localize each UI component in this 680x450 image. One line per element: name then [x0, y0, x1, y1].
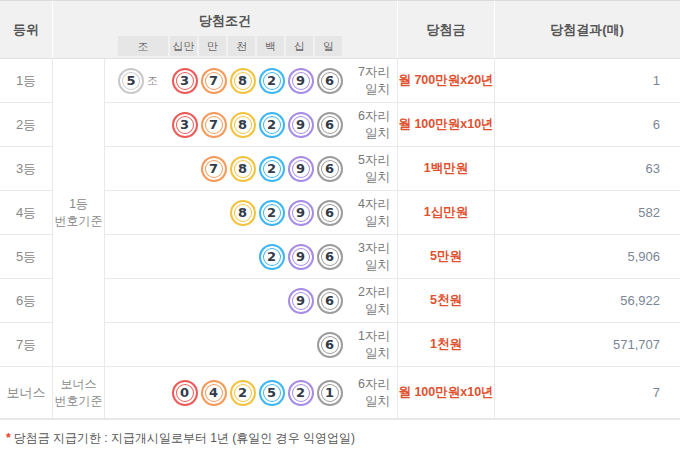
condition-cell: 0425216자리 일치 [105, 367, 398, 419]
digit-slot [228, 287, 257, 315]
lottery-ball: 7 [201, 156, 227, 182]
lottery-ball: 6 [317, 244, 343, 270]
digit-slot: 2 [257, 199, 286, 227]
rank-cell: 5등 [0, 235, 53, 279]
result-count-cell: 63 [495, 147, 680, 191]
basis-main-cell: 1등번호기준 [53, 59, 105, 367]
condition-cell: 61자리 일치 [105, 323, 398, 367]
digit-slot: 2 [257, 111, 286, 139]
prize-cell: 월 100만원x10년 [398, 367, 495, 419]
condition-cell: 782965자리 일치 [105, 147, 398, 191]
rank-cell: 2등 [0, 103, 53, 147]
digit-slot: 6 [315, 155, 344, 183]
match-condition-text: 6자리 일치 [344, 108, 390, 142]
jo-slot: 5조 [118, 67, 170, 95]
condition-cell: 3782966자리 일치 [105, 103, 398, 147]
rank-cell: 1등 [0, 59, 53, 103]
jo-slot [118, 331, 170, 359]
digit-slot: 6 [315, 111, 344, 139]
digit-label-5: 십 [286, 36, 313, 56]
result-count-cell: 1 [495, 59, 680, 103]
digit-slot: 2 [257, 243, 286, 271]
digit-slot [170, 155, 199, 183]
digit-slot [199, 331, 228, 359]
lottery-ball: 6 [317, 200, 343, 226]
digit-slot: 9 [286, 287, 315, 315]
prize-cell: 1백만원 [398, 147, 495, 191]
jo-suffix-label: 조 [147, 73, 158, 88]
digit-slot: 6 [315, 243, 344, 271]
match-condition-text: 5자리 일치 [344, 152, 390, 186]
lottery-ball: 2 [259, 244, 285, 270]
digit-slot [170, 243, 199, 271]
digit-slot [170, 331, 199, 359]
lottery-ball: 9 [288, 288, 314, 314]
digit-slot: 6 [315, 67, 344, 95]
digit-slot: 2 [228, 379, 257, 407]
condition-cell: 2963자리 일치 [105, 235, 398, 279]
lottery-ball: 8 [230, 68, 256, 94]
ball-grid: 8296 [118, 199, 344, 227]
ball-grid: 78296 [118, 155, 344, 183]
digit-slot: 9 [286, 111, 315, 139]
table-header: 등위 당첨조건 조십만만천백십일 당첨금 당첨결과(매) [0, 1, 680, 59]
lottery-ball: 2 [259, 68, 285, 94]
lottery-ball: 5 [259, 380, 285, 406]
match-condition-text: 4자리 일치 [344, 196, 390, 230]
digit-slot: 8 [228, 67, 257, 95]
digit-slot: 6 [315, 287, 344, 315]
ball-grid: 296 [118, 243, 344, 271]
lottery-ball: 4 [201, 380, 227, 406]
prize-cell: 1천원 [398, 323, 495, 367]
lottery-result-table: 등위 당첨조건 조십만만천백십일 당첨금 당첨결과(매) 1등1등번호기준5조3… [0, 0, 680, 420]
digit-slot [170, 287, 199, 315]
result-count-cell: 6 [495, 103, 680, 147]
rank-cell: 4등 [0, 191, 53, 235]
footnote-text: 당첨금 지급기한 : 지급개시일로부터 1년 (휴일인 경우 익영업일) [14, 431, 355, 445]
lottery-ball: 9 [288, 200, 314, 226]
digit-slot: 6 [315, 199, 344, 227]
lottery-ball: 0 [172, 380, 198, 406]
digit-slot [199, 287, 228, 315]
ball-grid: 378296 [118, 111, 344, 139]
rank-cell: 6등 [0, 279, 53, 323]
lottery-ball: 5 [118, 68, 144, 94]
digit-slot [228, 331, 257, 359]
asterisk-mark: * [6, 431, 11, 445]
digit-slot [257, 287, 286, 315]
result-count-cell: 582 [495, 191, 680, 235]
result-count-cell: 571,707 [495, 323, 680, 367]
rank-cell: 7등 [0, 323, 53, 367]
prize-cell: 월 100만원x10년 [398, 103, 495, 147]
lottery-ball: 2 [230, 380, 256, 406]
digit-position-labels: 조십만만천백십일 [117, 36, 343, 56]
lottery-ball: 8 [230, 112, 256, 138]
ball-grid: 5조378296 [118, 67, 344, 95]
digit-label-3: 천 [228, 36, 255, 56]
lottery-ball: 8 [230, 200, 256, 226]
digit-label-2: 만 [199, 36, 226, 56]
digit-slot: 9 [286, 199, 315, 227]
digit-slot [170, 199, 199, 227]
digit-label-4: 백 [257, 36, 284, 56]
digit-slot: 8 [228, 199, 257, 227]
match-condition-text: 1자리 일치 [344, 328, 390, 362]
prize-cell: 5만원 [398, 235, 495, 279]
digit-slot: 7 [199, 155, 228, 183]
lottery-ball: 1 [317, 380, 343, 406]
lottery-ball: 2 [288, 380, 314, 406]
digit-slot [286, 331, 315, 359]
prize-cell: 5천원 [398, 279, 495, 323]
digit-slot [228, 243, 257, 271]
lottery-ball: 6 [317, 68, 343, 94]
lottery-ball: 9 [288, 244, 314, 270]
condition-cell: 82964자리 일치 [105, 191, 398, 235]
ball-grid: 042521 [118, 379, 344, 407]
header-rank: 등위 [0, 1, 53, 58]
result-count-cell: 5,906 [495, 235, 680, 279]
digit-slot: 2 [257, 155, 286, 183]
digit-slot: 4 [199, 379, 228, 407]
condition-cell: 962자리 일치 [105, 279, 398, 323]
lottery-ball: 3 [172, 68, 198, 94]
jo-slot [118, 155, 170, 183]
